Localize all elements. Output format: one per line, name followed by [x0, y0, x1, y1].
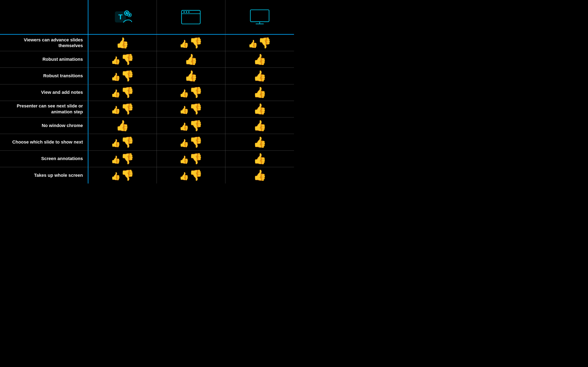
thumb-up-icon: 👍: [253, 53, 267, 66]
row-cell-monitor: 👍: [225, 151, 294, 167]
row-cell-browser: 👍 👎: [156, 35, 225, 51]
row-cell-monitor: 👍: [225, 167, 294, 184]
thumb-combo-icon: 👍 👎: [111, 169, 134, 182]
row-cell-browser: 👍 👎: [156, 167, 225, 184]
row-label: Robust transitions: [0, 68, 88, 84]
table-row: Choose which slide to show next 👍 👎 👍 👎 …: [0, 134, 294, 150]
thumb-up-icon: 👍: [184, 53, 198, 66]
row-cell-browser: 👍: [156, 51, 225, 67]
thumb-up-icon: 👍: [253, 70, 267, 82]
thumb-big-icon: 👎: [121, 70, 134, 82]
row-cell-monitor: 👍: [225, 51, 294, 67]
row-cell-teams: 👍 👎: [88, 151, 156, 167]
svg-point-12: [188, 11, 190, 13]
thumb-big-icon: 👎: [121, 103, 134, 115]
thumb-up-icon: 👍: [253, 119, 267, 132]
thumb-up-icon: 👍: [184, 70, 198, 82]
thumb-small-icon: 👍: [111, 89, 121, 98]
table-row: Robust transitions 👍 👎 👍 👍: [0, 68, 294, 84]
thumb-small-icon: 👍: [179, 89, 189, 98]
row-cell-teams: 👍 👎: [88, 134, 156, 150]
thumb-combo-icon: 👍 👎: [248, 37, 271, 49]
thumb-up-icon: 👍: [253, 152, 267, 165]
thumb-up-icon: 👍: [253, 86, 267, 99]
thumb-up-icon: 👍: [253, 169, 267, 182]
thumb-big-icon: 👎: [258, 37, 271, 49]
thumb-big-icon: 👎: [189, 119, 203, 132]
row-cell-monitor: 👍 👎: [225, 35, 294, 51]
row-cell-teams: 👍: [88, 117, 156, 134]
thumb-big-icon: 👎: [121, 86, 134, 99]
header-row: T: [0, 0, 294, 35]
header-monitor: [225, 0, 294, 34]
svg-text:T: T: [118, 13, 122, 21]
row-cell-monitor: 👍: [225, 134, 294, 150]
thumb-combo-icon: 👍 👎: [179, 152, 203, 165]
comparison-table: T: [0, 0, 294, 184]
thumb-small-icon: 👍: [179, 155, 189, 164]
table-row: Viewers can advance slides themselves 👍 …: [0, 35, 294, 51]
row-cell-browser: 👍 👎: [156, 134, 225, 150]
row-label: Viewers can advance slides themselves: [0, 35, 88, 51]
thumb-combo-icon: 👍 👎: [111, 103, 134, 115]
row-label: Choose which slide to show next: [0, 134, 88, 150]
thumb-combo-icon: 👍 👎: [179, 103, 203, 115]
row-label: No window chrome: [0, 117, 88, 134]
thumb-big-icon: 👎: [121, 152, 134, 165]
thumb-small-icon: 👍: [111, 105, 121, 114]
svg-point-11: [186, 11, 187, 13]
table-row: Screen annotations 👍 👎 👍 👎 👍: [0, 151, 294, 167]
thumb-combo-icon: 👍 👎: [111, 86, 134, 99]
thumb-combo-icon: 👍 👎: [111, 136, 134, 149]
svg-point-10: [183, 11, 185, 13]
svg-rect-13: [250, 10, 269, 22]
row-cell-teams: 👍 👎: [88, 167, 156, 184]
thumb-combo-icon: 👍 👎: [111, 152, 134, 165]
row-cell-monitor: 👍: [225, 84, 294, 101]
row-cell-browser: 👍 👎: [156, 84, 225, 101]
table-row: Takes up whole screen 👍 👎 👍 👎 👍: [0, 167, 294, 184]
thumb-big-icon: 👎: [189, 37, 203, 49]
row-cell-teams: 👍 👎: [88, 84, 156, 101]
row-cell-monitor: 👍: [225, 117, 294, 134]
row-cell-teams: 👍: [88, 35, 156, 51]
thumb-combo-icon: 👍 👎: [179, 86, 203, 99]
row-cell-monitor: 👍: [225, 68, 294, 84]
row-label: View and add notes: [0, 84, 88, 101]
thumb-up-icon: 👍: [253, 136, 267, 149]
thumb-big-icon: 👎: [189, 169, 203, 182]
thumb-combo-icon: 👍 👎: [111, 70, 134, 82]
monitor-icon: [250, 8, 270, 26]
row-cell-browser: 👍 👎: [156, 151, 225, 167]
thumb-combo-icon: 👍 👎: [179, 37, 203, 49]
row-label: Robust animations: [0, 51, 88, 67]
thumb-small-icon: 👍: [248, 39, 258, 48]
thumb-small-icon: 👍: [179, 105, 189, 114]
thumb-small-icon: 👍: [111, 139, 121, 148]
thumb-big-icon: 👎: [189, 136, 203, 149]
header-browser: [156, 0, 225, 34]
table-row: View and add notes 👍 👎 👍 👎 👍: [0, 84, 294, 101]
thumb-small-icon: 👍: [111, 155, 121, 164]
header-label-cell: [0, 0, 88, 34]
row-cell-monitor: 👍: [225, 101, 294, 117]
rows-container: Viewers can advance slides themselves 👍 …: [0, 35, 294, 184]
row-cell-teams: 👍 👎: [88, 101, 156, 117]
row-label: Presenter can see next slide or animatio…: [0, 101, 88, 117]
row-label: Screen annotations: [0, 151, 88, 167]
thumb-small-icon: 👍: [111, 72, 121, 81]
thumb-combo-icon: 👍 👎: [179, 169, 203, 182]
thumb-combo-icon: 👍 👎: [179, 119, 203, 132]
thumb-combo-icon: 👍 👎: [179, 136, 203, 149]
thumb-small-icon: 👍: [179, 122, 189, 131]
row-cell-teams: 👍 👎: [88, 68, 156, 84]
row-cell-browser: 👍 👎: [156, 117, 225, 134]
svg-point-4: [126, 12, 128, 14]
thumb-small-icon: 👍: [111, 172, 121, 181]
thumb-up-icon: 👍: [116, 37, 129, 49]
thumb-combo-icon: 👍 👎: [111, 53, 134, 66]
thumb-small-icon: 👍: [179, 139, 189, 148]
thumb-up-icon: 👍: [253, 103, 267, 115]
row-label: Takes up whole screen: [0, 167, 88, 184]
thumb-big-icon: 👎: [121, 169, 134, 182]
